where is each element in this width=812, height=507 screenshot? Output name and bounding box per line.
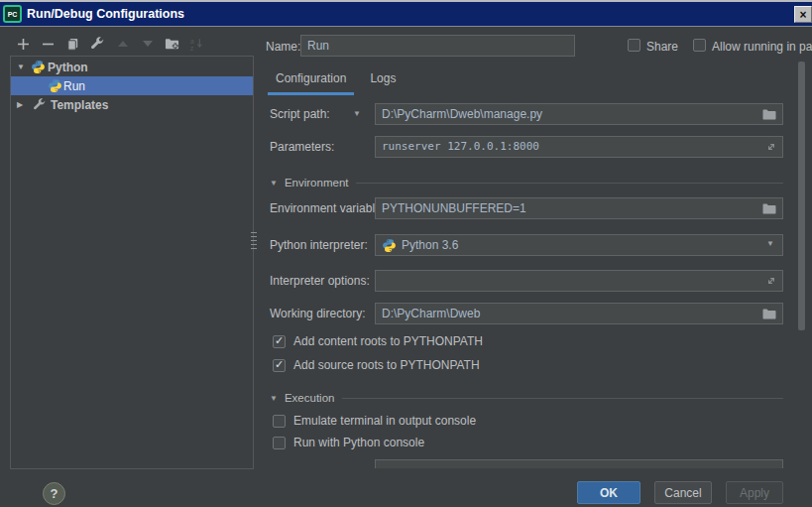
share-checkbox[interactable]: ✓ <box>628 39 640 52</box>
emulate-terminal-row: ✓ Emulate terminal in output console <box>273 414 476 428</box>
wrench-icon <box>90 37 105 52</box>
tab-configuration[interactable]: Configuration <box>268 62 354 95</box>
python-logo-icon <box>382 238 397 253</box>
tree-item-label: Run <box>63 79 85 93</box>
configurations-tree: ▼ Python Run ▶ Templates <box>10 56 254 469</box>
new-folder-icon <box>165 37 179 52</box>
expand-field-icon[interactable] <box>765 275 777 287</box>
environment-section-header[interactable]: ▼ Environment <box>270 175 783 190</box>
configurations-toolbar: az <box>16 35 214 53</box>
script-path-input[interactable]: D:\PyCharm\Dweb\manage.py <box>375 103 783 125</box>
copy-configuration-button[interactable] <box>65 37 80 52</box>
svg-text:z: z <box>190 45 193 52</box>
edit-templates-button[interactable] <box>90 37 105 52</box>
arrow-down-icon <box>143 41 153 47</box>
script-path-mode-dropdown-icon[interactable]: ▼ <box>353 103 361 125</box>
add-content-roots-checkbox[interactable]: ✓ <box>273 335 286 348</box>
chevron-down-icon[interactable]: ▼ <box>17 63 25 71</box>
tab-bar: Configuration Logs <box>268 62 404 95</box>
sort-az-icon: az <box>189 37 204 52</box>
help-button[interactable]: ? <box>43 482 65 505</box>
interpreter-options-label: Interpreter options: <box>270 270 370 292</box>
environment-variables-label: Environment variables: <box>270 197 391 219</box>
svg-text:a: a <box>190 37 194 44</box>
close-icon[interactable]: × <box>794 6 812 23</box>
sort-configurations-button[interactable]: az <box>189 37 204 52</box>
add-source-roots-row: ✓ Add source roots to PYTHONPATH <box>273 358 480 372</box>
parameters-input[interactable]: runserver 127.0.0.1:8000 <box>375 136 783 158</box>
chevron-down-icon[interactable]: ▼ <box>766 239 774 248</box>
add-content-roots-row: ✓ Add content roots to PYTHONPATH <box>273 334 483 348</box>
tree-item-templates[interactable]: ▶ Templates <box>11 95 253 114</box>
chevron-right-icon[interactable]: ▶ <box>17 100 23 109</box>
interpreter-options-input[interactable] <box>375 270 783 292</box>
tree-item-label: Python <box>48 61 88 74</box>
python-logo-icon <box>31 60 46 74</box>
parallel-checkbox[interactable]: ✓ <box>693 39 706 52</box>
name-label: Name: <box>266 40 300 54</box>
section-collapse-icon: ▼ <box>270 394 278 403</box>
window-title: Run/Debug Configurations <box>27 7 184 21</box>
run-with-python-console-row: ✓ Run with Python console <box>273 436 424 449</box>
add-source-roots-checkbox[interactable]: ✓ <box>273 359 286 372</box>
emulate-terminal-checkbox[interactable]: ✓ <box>273 415 286 428</box>
run-with-python-console-label: Run with Python console <box>293 436 424 449</box>
add-source-roots-label: Add source roots to PYTHONPATH <box>293 358 480 372</box>
run-debug-configurations-dialog: PC Run/Debug Configurations × az <box>0 0 812 507</box>
clipped-field[interactable] <box>375 459 783 468</box>
new-folder-button[interactable] <box>165 37 179 52</box>
panel-splitter-handle[interactable] <box>251 232 257 249</box>
minus-icon <box>42 38 55 51</box>
expand-field-icon[interactable] <box>765 141 777 153</box>
parameters-label: Parameters: <box>270 136 334 158</box>
tree-item-python[interactable]: ▼ Python <box>11 58 253 76</box>
script-path-label: Script path: <box>270 103 330 125</box>
move-down-button[interactable] <box>140 37 155 52</box>
python-logo-icon <box>48 78 62 93</box>
pycharm-app-icon: PC <box>3 5 22 23</box>
environment-variables-input[interactable]: PYTHONUNBUFFERED=1 <box>375 197 783 219</box>
wrench-icon <box>33 98 47 112</box>
browse-folder-icon[interactable] <box>761 106 777 122</box>
execution-section-header[interactable]: ▼ Execution <box>270 390 783 406</box>
working-directory-label: Working directory: <box>270 303 365 324</box>
working-directory-input[interactable]: D:\PyCharm\Dweb <box>375 303 783 324</box>
add-content-roots-label: Add content roots to PYTHONPATH <box>293 334 483 348</box>
browse-folder-icon[interactable] <box>761 306 777 321</box>
vertical-scrollbar-thumb[interactable] <box>798 62 805 330</box>
section-collapse-icon: ▼ <box>270 179 278 188</box>
emulate-terminal-label: Emulate terminal in output console <box>293 414 476 428</box>
parallel-checkbox-label: Allow running in parallel <box>712 40 812 54</box>
name-input[interactable]: Run <box>300 35 575 57</box>
run-with-python-console-checkbox[interactable]: ✓ <box>273 437 286 449</box>
configuration-panel: Script path: ▼ D:\PyCharm\Dweb\manage.py… <box>260 97 796 468</box>
share-checkbox-label: Share <box>646 40 678 54</box>
browse-folder-icon[interactable] <box>761 200 777 216</box>
tree-item-label: Templates <box>51 98 108 112</box>
cancel-button[interactable]: Cancel <box>654 481 712 504</box>
python-interpreter-label: Python interpreter: <box>270 234 368 256</box>
arrow-up-icon <box>118 41 128 47</box>
ok-button[interactable]: OK <box>577 481 640 504</box>
apply-button[interactable]: Apply <box>726 481 783 504</box>
tab-logs[interactable]: Logs <box>362 62 404 95</box>
python-interpreter-combobox[interactable]: Python 3.6 ▼ <box>375 234 783 256</box>
move-up-button[interactable] <box>115 37 130 52</box>
tree-item-run[interactable]: Run <box>11 76 253 95</box>
remove-configuration-button[interactable] <box>41 37 56 52</box>
add-configuration-button[interactable] <box>16 37 31 52</box>
title-bar[interactable]: PC Run/Debug Configurations × <box>0 0 812 27</box>
plus-icon <box>17 38 30 51</box>
copy-icon <box>65 37 80 52</box>
